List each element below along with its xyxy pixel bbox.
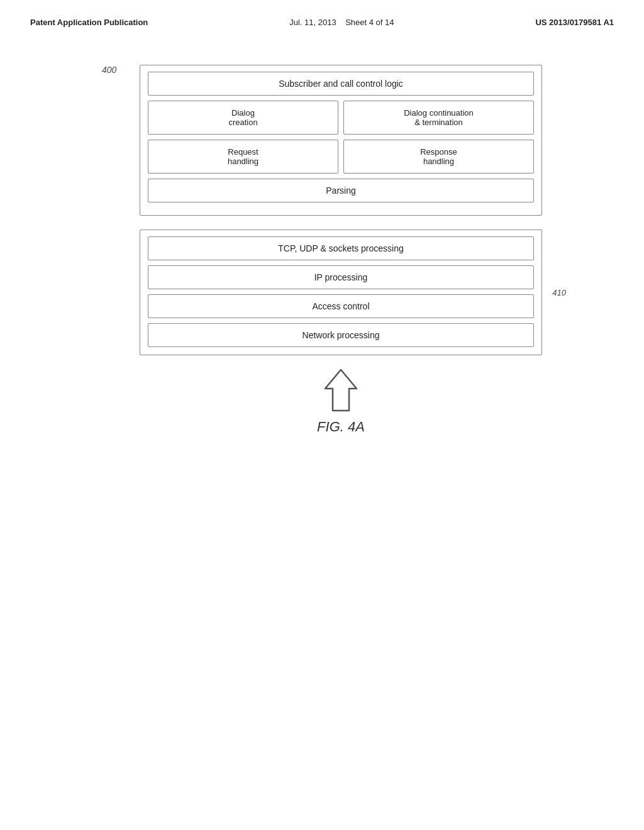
arrow-area: FIG. 4A bbox=[140, 367, 542, 435]
up-arrow-icon bbox=[319, 367, 363, 414]
header-left: Patent Application Publication bbox=[30, 18, 148, 27]
access-control-box: Access control bbox=[148, 294, 534, 318]
ip-processing-box: IP processing bbox=[148, 265, 534, 289]
dialog-row: Dialog creation Dialog continuation & te… bbox=[148, 101, 534, 135]
bottom-group-box: TCP, UDP & sockets processing IP process… bbox=[140, 230, 542, 355]
network-processing-box: Network processing bbox=[148, 323, 534, 347]
handling-row: Request handling Response handling bbox=[148, 140, 534, 174]
request-handling-box: Request handling bbox=[148, 140, 338, 174]
top-group-box: Subscriber and call control logic Dialog… bbox=[140, 65, 542, 216]
tcp-box: TCP, UDP & sockets processing bbox=[148, 236, 534, 260]
header-right: US 2013/0179581 A1 bbox=[535, 18, 614, 27]
parsing-box: Parsing bbox=[148, 179, 534, 202]
subscriber-box: Subscriber and call control logic bbox=[148, 72, 534, 96]
page-header: Patent Application Publication Jul. 11, … bbox=[0, 0, 644, 27]
dialog-continuation-box: Dialog continuation & termination bbox=[343, 101, 534, 135]
label-410: 410 bbox=[552, 288, 566, 297]
bottom-group-wrapper: TCP, UDP & sockets processing IP process… bbox=[140, 230, 542, 355]
header-center: Jul. 11, 2013 Sheet 4 of 14 bbox=[289, 18, 394, 27]
label-400: 400 bbox=[102, 65, 116, 75]
diagram-area: 400 Subscriber and call control logic Di… bbox=[102, 65, 542, 435]
svg-marker-0 bbox=[325, 370, 357, 411]
response-handling-box: Response handling bbox=[343, 140, 534, 174]
fig-label: FIG. 4A bbox=[317, 419, 365, 435]
dialog-creation-box: Dialog creation bbox=[148, 101, 338, 135]
